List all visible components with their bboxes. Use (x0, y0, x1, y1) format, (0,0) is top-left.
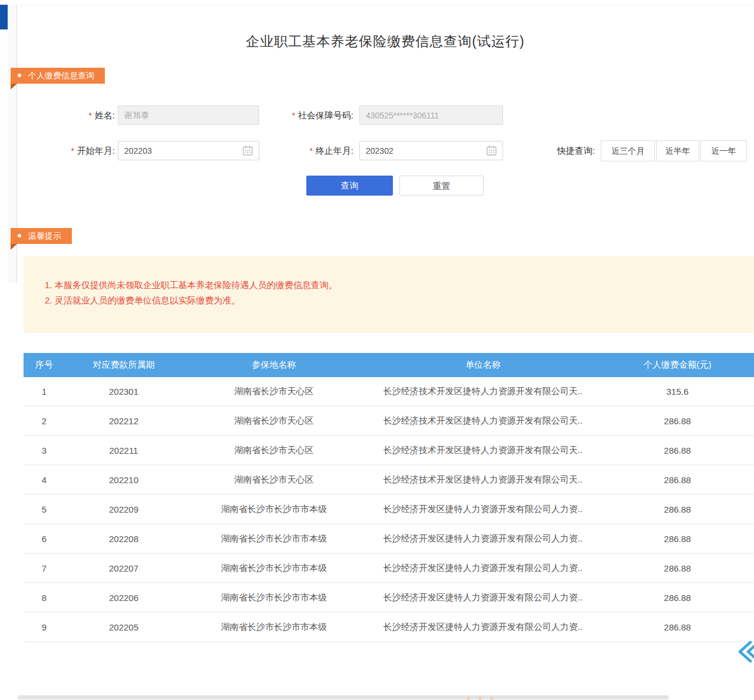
tips-section-badge: 温馨提示 (11, 228, 72, 244)
start-month-label: *开始年月: (35, 146, 115, 157)
table-cell-period: 202212 (65, 416, 183, 426)
tip-line: 2. 灵活就业人员的缴费单位信息以实际缴费为准。 (45, 293, 754, 308)
table-header-company: 单位名称 (365, 359, 601, 371)
table-cell-no: 3 (24, 445, 65, 455)
table-cell-company: 长沙经济技术开发区捷特人力资源开发有限公司天.. (365, 386, 601, 397)
table-cell-no: 4 (24, 475, 65, 485)
end-month-label: *终止年月: (259, 146, 353, 157)
query-section-badge-label: 个人缴费信息查询 (28, 71, 94, 80)
table-cell-period: 202207 (65, 563, 183, 573)
table-cell-area: 湖南省长沙市天心区 (183, 474, 365, 486)
table-header-period: 对应费款所属期 (65, 359, 183, 371)
required-mark: * (88, 111, 91, 120)
left-edge-tab (0, 5, 8, 29)
table-cell-amount: 286.88 (601, 534, 754, 544)
table-cell-company: 长沙经济开发区捷特人力资源开发有限公司人力资.. (365, 592, 601, 603)
tips-section-badge-label: 温馨提示 (28, 231, 61, 240)
table-row: 2202212湖南省长沙市天心区长沙经济技术开发区捷特人力资源开发有限公司天..… (24, 407, 754, 436)
table-cell-amount: 286.88 (601, 504, 754, 514)
table-cell-company: 长沙经济开发区捷特人力资源开发有限公司人力资.. (365, 504, 601, 515)
table-cell-area: 湖南省长沙市长沙市市本级 (183, 563, 365, 574)
table-cell-company: 长沙经济开发区捷特人力资源开发有限公司人力资.. (365, 622, 601, 633)
page-title: 企业职工基本养老保险缴费信息查询(试运行) (16, 32, 754, 51)
table-cell-area: 湖南省长沙市长沙市市本级 (183, 533, 365, 544)
table-cell-area: 湖南省长沙市长沙市市本级 (183, 622, 365, 633)
ssn-label: *社会保障号码: (259, 110, 353, 121)
table-cell-area: 湖南省长沙市长沙市市本级 (183, 592, 365, 603)
table-cell-period: 202301 (65, 387, 183, 397)
required-mark: * (309, 146, 312, 156)
table-cell-company: 长沙经济技术开发区捷特人力资源开发有限公司天.. (365, 474, 601, 486)
name-input (118, 105, 259, 125)
table-cell-no: 5 (24, 504, 65, 514)
table-header-amount: 个人缴费金额(元) (601, 359, 754, 371)
quick-query-label: 快捷查询: (539, 146, 595, 157)
table-cell-amount: 286.88 (601, 475, 754, 485)
table-cell-period: 202205 (65, 622, 183, 632)
table-row: 3202211湖南省长沙市天心区长沙经济技术开发区捷特人力资源开发有限公司天..… (24, 436, 754, 465)
table-row: 8202206湖南省长沙市长沙市市本级长沙经济开发区捷特人力资源开发有限公司人力… (24, 583, 754, 613)
required-mark: * (71, 146, 74, 156)
table-cell-amount: 315.6 (601, 387, 754, 397)
table-header-no: 序号 (24, 359, 65, 371)
table-cell-company: 长沙经济技术开发区捷特人力资源开发有限公司天.. (365, 445, 601, 456)
end-month-input[interactable] (359, 141, 503, 160)
table-row: 9202205湖南省长沙市长沙市市本级长沙经济开发区捷特人力资源开发有限公司人力… (24, 613, 754, 642)
table-cell-no: 9 (24, 622, 65, 632)
table-cell-amount: 286.88 (601, 593, 754, 603)
table-cell-company: 长沙经济技术开发区捷特人力资源开发有限公司天.. (365, 415, 601, 427)
table-header-row: 序号 对应费款所属期 参保地名称 单位名称 个人缴费金额(元) (24, 353, 754, 377)
table-cell-no: 1 (24, 387, 65, 397)
table-cell-no: 8 (24, 593, 65, 603)
tip-line: 1. 本服务仅提供尚未领取企业职工基本养老保险待遇人员的缴费信息查询。 (45, 278, 754, 293)
table-cell-no: 2 (24, 416, 65, 426)
results-table: 序号 对应费款所属期 参保地名称 单位名称 个人缴费金额(元) 1202301湖… (24, 353, 754, 642)
table-cell-period: 202209 (65, 504, 183, 514)
table-cell-amount: 286.88 (601, 416, 754, 426)
table-cell-period: 202210 (65, 475, 183, 485)
bullet-icon (18, 74, 21, 77)
name-label: *姓名: (35, 110, 115, 121)
query-button[interactable]: 查询 (306, 176, 393, 196)
content-top-border (16, 5, 754, 5)
calendar-icon[interactable] (243, 146, 253, 156)
table-row: 6202208湖南省长沙市长沙市市本级长沙经济开发区捷特人力资源开发有限公司人力… (24, 524, 754, 554)
quick-range-button-one-year[interactable]: 近一年 (700, 140, 747, 161)
table-cell-company: 长沙经济开发区捷特人力资源开发有限公司人力资.. (365, 563, 601, 574)
collapse-chevron-icon[interactable] (735, 639, 754, 665)
table-cell-area: 湖南省长沙市长沙市市本级 (183, 504, 365, 515)
table-cell-period: 202206 (65, 593, 183, 603)
table-cell-no: 6 (24, 534, 65, 544)
table-cell-period: 202211 (65, 445, 183, 455)
table-header-area: 参保地名称 (183, 359, 365, 371)
table-body: 1202301湖南省长沙市天心区长沙经济技术开发区捷特人力资源开发有限公司天..… (24, 377, 754, 642)
required-mark: * (292, 111, 295, 120)
ssn-input (359, 105, 503, 125)
table-cell-no: 7 (24, 563, 65, 573)
quick-range-button-3months[interactable]: 近三个月 (601, 140, 655, 161)
table-cell-area: 湖南省长沙市天心区 (183, 415, 365, 427)
tips-box: 1. 本服务仅提供尚未领取企业职工基本养老保险待遇人员的缴费信息查询。 2. 灵… (24, 256, 754, 333)
table-cell-amount: 286.88 (601, 622, 754, 632)
horizontal-scrollbar[interactable] (18, 695, 669, 699)
query-section-badge: 个人缴费信息查询 (11, 68, 105, 84)
table-cell-company: 长沙经济开发区捷特人力资源开发有限公司人力资.. (365, 533, 601, 544)
quick-range-button-half-year[interactable]: 近半年 (656, 140, 699, 161)
calendar-icon[interactable] (487, 146, 497, 156)
table-cell-amount: 286.88 (601, 445, 754, 455)
table-cell-period: 202208 (65, 534, 183, 544)
start-month-input[interactable] (118, 141, 259, 160)
bullet-icon (18, 234, 21, 237)
table-cell-amount: 286.88 (601, 563, 754, 573)
table-row: 5202209湖南省长沙市长沙市市本级长沙经济开发区捷特人力资源开发有限公司人力… (24, 495, 754, 524)
table-row: 7202207湖南省长沙市长沙市市本级长沙经济开发区捷特人力资源开发有限公司人力… (24, 554, 754, 583)
table-cell-area: 湖南省长沙市天心区 (183, 445, 365, 456)
table-row: 4202210湖南省长沙市天心区长沙经济技术开发区捷特人力资源开发有限公司天..… (24, 465, 754, 495)
reset-button[interactable]: 重置 (399, 176, 484, 196)
table-row: 1202301湖南省长沙市天心区长沙经济技术开发区捷特人力资源开发有限公司天..… (24, 377, 754, 407)
loader-dots (467, 697, 494, 700)
table-cell-area: 湖南省长沙市天心区 (183, 386, 365, 397)
